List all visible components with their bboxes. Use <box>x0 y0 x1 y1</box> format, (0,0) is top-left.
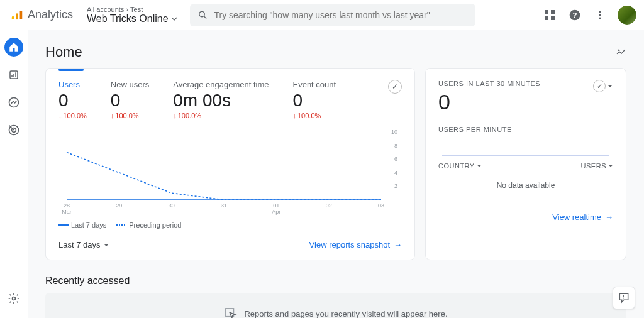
range-label: Last 7 days <box>58 240 101 249</box>
legend-label: Last 7 days <box>71 221 106 229</box>
line-chart-svg: 24681028Mar29303101Apr0203 <box>58 128 402 216</box>
svg-rect-1 <box>16 13 18 19</box>
nav-settings[interactable] <box>4 289 23 308</box>
feedback-button[interactable] <box>613 287 635 309</box>
view-realtime-link[interactable]: View realtime → <box>552 212 613 222</box>
arrow-right-icon: → <box>394 240 402 249</box>
svg-text:29: 29 <box>116 202 122 209</box>
svg-rect-8 <box>551 16 555 20</box>
metric-event-count[interactable]: Event count 0 ↓100.0% <box>292 80 336 119</box>
caret-down-icon <box>477 163 482 168</box>
nav-advertising[interactable] <box>4 121 23 140</box>
account-selector[interactable]: All accounts › Test Web Tricks Online <box>87 6 177 25</box>
arrow-down-icon: ↓ <box>58 112 62 119</box>
main-content: Home Users 0 ↓100.0% New users 0 ↓100.0% <box>28 30 644 318</box>
search-input[interactable] <box>214 10 467 20</box>
left-nav <box>0 30 28 318</box>
account-name-row: Web Tricks Online <box>87 13 177 25</box>
realtime-quality-menu[interactable]: ✓ <box>593 80 613 92</box>
search-icon <box>197 9 208 21</box>
svg-text:28: 28 <box>64 202 70 209</box>
metric-label: Event count <box>292 80 336 89</box>
search-bar[interactable] <box>190 4 475 26</box>
svg-text:6: 6 <box>394 156 397 162</box>
metric-value: 0 <box>58 90 87 111</box>
date-range-selector[interactable]: Last 7 days <box>58 240 109 249</box>
svg-text:4: 4 <box>394 170 397 176</box>
realtime-value: 0 <box>438 90 540 114</box>
metric-engagement[interactable]: Average engagement time 0m 00s ↓100.0% <box>173 80 269 119</box>
legend-prev: Preceding period <box>116 221 181 229</box>
svg-point-11 <box>599 11 601 13</box>
col-users[interactable]: USERS <box>581 162 613 170</box>
chevron-right-icon: › <box>126 6 128 13</box>
svg-text:2: 2 <box>394 183 397 189</box>
svg-text:02: 02 <box>326 202 332 209</box>
caret-down-icon <box>608 163 613 168</box>
header-actions: ? <box>542 6 636 25</box>
avatar[interactable] <box>618 6 636 25</box>
page-title: Home <box>45 44 82 60</box>
realtime-nodata: No data available <box>438 170 613 201</box>
top-header: Analytics All accounts › Test Web Tricks… <box>0 0 644 30</box>
col-country[interactable]: COUNTRY <box>438 162 482 170</box>
realtime-title: USERS IN LAST 30 MINUTES <box>438 80 540 87</box>
arrow-down-icon: ↓ <box>111 112 114 119</box>
nav-home[interactable] <box>4 38 23 57</box>
svg-text:Apr: Apr <box>272 209 280 215</box>
data-quality-badge[interactable]: ✓ <box>388 80 402 94</box>
svg-text:?: ? <box>572 11 577 19</box>
apps-icon[interactable] <box>542 8 557 23</box>
more-vert-icon[interactable] <box>592 8 608 23</box>
nav-reports[interactable] <box>4 65 23 84</box>
account-breadcrumb: All accounts › Test <box>87 6 177 13</box>
svg-point-12 <box>599 14 601 16</box>
insights-button[interactable] <box>608 43 626 62</box>
nav-explore[interactable] <box>4 93 23 112</box>
metric-users[interactable]: Users 0 ↓100.0% <box>58 80 87 119</box>
svg-rect-2 <box>20 10 23 19</box>
svg-text:01: 01 <box>273 202 279 209</box>
svg-point-42 <box>623 298 624 299</box>
link-label: View reports snapshot <box>309 240 390 249</box>
svg-rect-16 <box>13 74 14 77</box>
crumb-test: Test <box>130 6 143 13</box>
analytics-logo-icon <box>10 8 24 22</box>
metric-delta: ↓100.0% <box>58 112 87 119</box>
svg-rect-5 <box>545 10 548 14</box>
chart-legend: Last 7 days Preceding period <box>58 221 402 229</box>
svg-text:03: 03 <box>378 202 384 209</box>
svg-rect-0 <box>12 16 14 19</box>
metric-label: Users <box>58 80 87 89</box>
svg-point-13 <box>599 17 601 19</box>
view-snapshot-link[interactable]: View reports snapshot → <box>309 240 402 249</box>
svg-line-4 <box>204 16 206 19</box>
svg-point-3 <box>199 11 204 16</box>
metric-new-users[interactable]: New users 0 ↓100.0% <box>111 80 149 119</box>
upm-sparkline <box>442 142 609 156</box>
account-name: Web Tricks Online <box>87 13 169 25</box>
arrow-down-icon: ↓ <box>173 112 177 119</box>
arrow-down-icon: ↓ <box>292 112 296 119</box>
metrics-tabs: Users 0 ↓100.0% New users 0 ↓100.0% Aver… <box>58 80 402 119</box>
realtime-card: USERS IN LAST 30 MINUTES 0 ✓ USERS PER M… <box>425 68 626 260</box>
svg-text:30: 30 <box>169 202 175 209</box>
overview-card: Users 0 ↓100.0% New users 0 ↓100.0% Aver… <box>45 68 415 260</box>
svg-rect-17 <box>15 72 16 77</box>
legend-label: Preceding period <box>129 221 181 229</box>
link-label: View realtime <box>552 212 601 222</box>
metric-value: 0m 00s <box>173 90 269 111</box>
caret-down-icon <box>103 242 109 248</box>
svg-text:Mar: Mar <box>62 209 72 215</box>
svg-text:31: 31 <box>221 202 227 209</box>
help-icon[interactable]: ? <box>567 8 582 23</box>
svg-rect-15 <box>11 75 13 77</box>
empty-text: Reports and pages you recently visited w… <box>244 309 447 319</box>
arrow-right-icon: → <box>605 212 613 222</box>
metric-value: 0 <box>292 90 336 111</box>
svg-rect-7 <box>545 16 548 20</box>
crumb-all-accounts: All accounts <box>87 6 124 13</box>
svg-point-22 <box>13 297 16 300</box>
feedback-icon <box>618 292 630 304</box>
metric-delta: ↓100.0% <box>173 112 269 119</box>
